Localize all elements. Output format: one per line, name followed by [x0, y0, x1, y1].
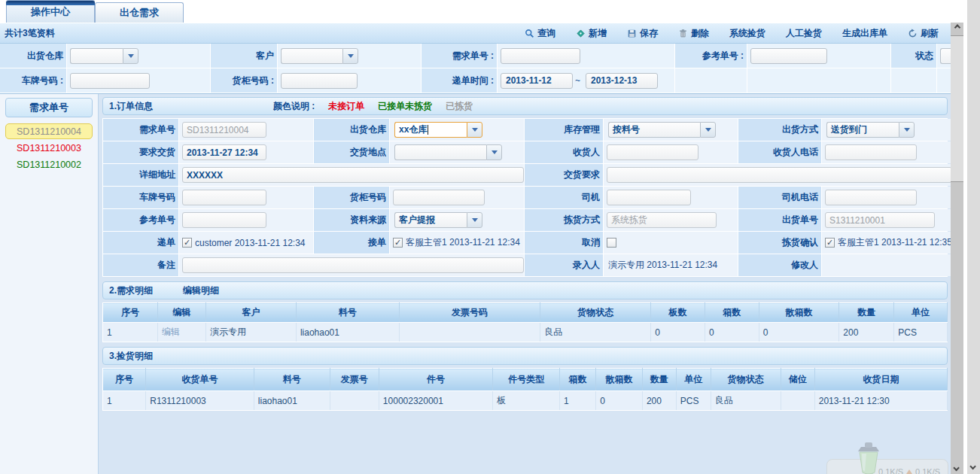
- chevron-down-icon[interactable]: [700, 122, 716, 138]
- toolbar: 共计3笔资料 查询 新增 保存 删除 系统捡货 人工捡货: [0, 23, 951, 44]
- ref-no-input[interactable]: [182, 212, 266, 228]
- outer-vertical-scrollbar[interactable]: [967, 0, 980, 474]
- warehouse-select[interactable]: xx仓库: [394, 122, 482, 138]
- ship-method-select[interactable]: 送货到门: [826, 122, 915, 138]
- demand-list-item[interactable]: SD1311210004: [5, 123, 93, 139]
- required-delivery-input[interactable]: 2013-11-27 12:34: [182, 144, 266, 160]
- cell-qty: 200: [839, 323, 894, 342]
- cell-boxes: 1: [559, 391, 595, 411]
- filter-ref-no-input[interactable]: [750, 48, 827, 64]
- delivery-place-select[interactable]: [394, 144, 502, 160]
- col-header: 单位: [676, 369, 711, 391]
- col-header: 发票号: [330, 369, 379, 391]
- col-header: 件号: [379, 369, 492, 391]
- legend-title: 颜色说明 :: [273, 100, 315, 113]
- address-input[interactable]: XXXXXX: [182, 167, 524, 183]
- chevron-down-icon[interactable]: [342, 48, 358, 64]
- filter-warehouse-select[interactable]: [70, 48, 138, 64]
- generate-outbound-order-button[interactable]: 生成出库单: [842, 27, 887, 40]
- col-header: 发票号码: [399, 303, 540, 323]
- consignee-input[interactable]: [607, 144, 698, 160]
- col-header: 序号: [103, 303, 158, 323]
- filter-customer-label: 客户: [211, 44, 277, 68]
- chevron-down-icon[interactable]: [899, 122, 915, 138]
- pick-method-label: 拣货方式: [525, 209, 603, 231]
- col-header: 货物状态: [540, 303, 651, 323]
- row-edit-link[interactable]: 编辑: [157, 323, 205, 342]
- scroll-down-arrow-icon[interactable]: [967, 460, 980, 472]
- ship-no-label: 出货单号: [738, 209, 821, 231]
- wms-app-window: 操作中心 出仓需求 共计3笔资料 查询 新增 保存 删除: [0, 0, 980, 474]
- filter-delivery-time-label: 递单时间 :: [422, 68, 497, 93]
- save-button[interactable]: 保存: [627, 27, 658, 40]
- tab-outbound-request[interactable]: 出仓需求: [95, 2, 184, 23]
- consignee-phone-input[interactable]: [825, 144, 917, 160]
- modified-by-label: 修改人: [738, 254, 821, 276]
- scroll-up-arrow-icon[interactable]: [951, 23, 963, 35]
- pick-confirm-info: 客服主管1 2013-11-21 12:35: [838, 236, 952, 249]
- col-header: 件号类型: [493, 369, 560, 391]
- manual-pick-button[interactable]: 人工捡货: [786, 27, 822, 40]
- tab-strip: 操作中心 出仓需求: [0, 0, 966, 23]
- add-button[interactable]: 新增: [576, 27, 607, 40]
- delete-button[interactable]: 删除: [678, 27, 709, 40]
- submit-info: customer 2013-11-21 12:34: [195, 238, 306, 248]
- accept-label: 接单: [314, 232, 389, 254]
- filter-container-label: 货柜号码 :: [211, 68, 277, 93]
- remark-input[interactable]: [182, 257, 524, 273]
- data-source-label: 资料来源: [314, 209, 389, 231]
- system-pick-button[interactable]: 系统捡货: [729, 27, 765, 40]
- demand-list-item[interactable]: SD1311210003: [5, 140, 93, 156]
- scroll-down-arrow-icon[interactable]: [951, 462, 963, 474]
- accept-checkbox[interactable]: ✓: [393, 238, 403, 248]
- cell-unit: PCS: [894, 323, 948, 342]
- filter-customer-select[interactable]: [281, 48, 358, 64]
- scrollbar-thumb[interactable]: [951, 35, 963, 182]
- filter-date-to-input[interactable]: 2013-12-13: [586, 73, 658, 89]
- pick-method-input: 系统拣货: [607, 212, 717, 228]
- submit-checkbox[interactable]: ✓: [182, 238, 192, 248]
- filter-demand-no-input[interactable]: [501, 48, 580, 64]
- demand-list-item[interactable]: SD1311210002: [5, 156, 93, 172]
- pick-confirm-checkbox[interactable]: ✓: [825, 238, 835, 248]
- query-button[interactable]: 查询: [525, 27, 555, 40]
- filter-plate-label: 车牌号码 :: [0, 68, 66, 93]
- inner-vertical-scrollbar[interactable]: [951, 23, 963, 474]
- save-icon: [627, 29, 637, 38]
- search-icon: [525, 29, 534, 38]
- delivery-req-input[interactable]: [607, 167, 952, 183]
- cell-customer: 演示专用: [205, 323, 296, 342]
- driver-input[interactable]: [607, 190, 691, 205]
- chevron-down-icon[interactable]: [123, 48, 138, 64]
- data-source-select[interactable]: 客户提报: [394, 212, 482, 228]
- cell-part-no: liaohao01: [254, 391, 330, 411]
- cell-seq: 1: [103, 323, 158, 342]
- inventory-mgmt-select[interactable]: 按料号: [608, 122, 716, 138]
- plate-no-input[interactable]: [182, 190, 266, 205]
- container-no-input[interactable]: [393, 190, 485, 205]
- driver-phone-input[interactable]: [825, 190, 917, 205]
- tab-label: 出仓需求: [120, 6, 159, 20]
- order-detail-panel: 1.订单信息 颜色说明 : 未接订单 已接单未拣货 已拣货 需求单号 SD131…: [98, 94, 951, 474]
- refresh-icon: [908, 29, 918, 38]
- filter-plate-input[interactable]: [70, 73, 150, 89]
- filter-container-input[interactable]: [281, 73, 358, 89]
- chevron-down-icon[interactable]: [467, 122, 482, 138]
- cell-invoice-no: [399, 323, 540, 342]
- cell-boxes: 0: [705, 323, 759, 342]
- col-header: 收货单号: [146, 369, 254, 391]
- cell-unit: PCS: [676, 391, 711, 411]
- driver-phone-label: 司机电话: [738, 187, 821, 208]
- cancel-checkbox[interactable]: [607, 238, 616, 248]
- filter-date-from-input[interactable]: 2013-11-12: [501, 73, 573, 89]
- col-header: 数量: [839, 303, 894, 323]
- chevron-down-icon[interactable]: [486, 144, 502, 160]
- chevron-down-icon[interactable]: [467, 212, 482, 228]
- cancel-label: 取消: [525, 232, 603, 254]
- legend-accepted-unpicked: 已接单未拣货: [378, 100, 432, 113]
- pick-confirm-label: 拣货确认: [738, 232, 821, 254]
- tab-operation-center[interactable]: 操作中心: [6, 0, 95, 23]
- edit-detail-link[interactable]: 编辑明细: [183, 284, 219, 297]
- refresh-button[interactable]: 刷新: [908, 27, 939, 40]
- col-header: 货物状态: [711, 369, 781, 391]
